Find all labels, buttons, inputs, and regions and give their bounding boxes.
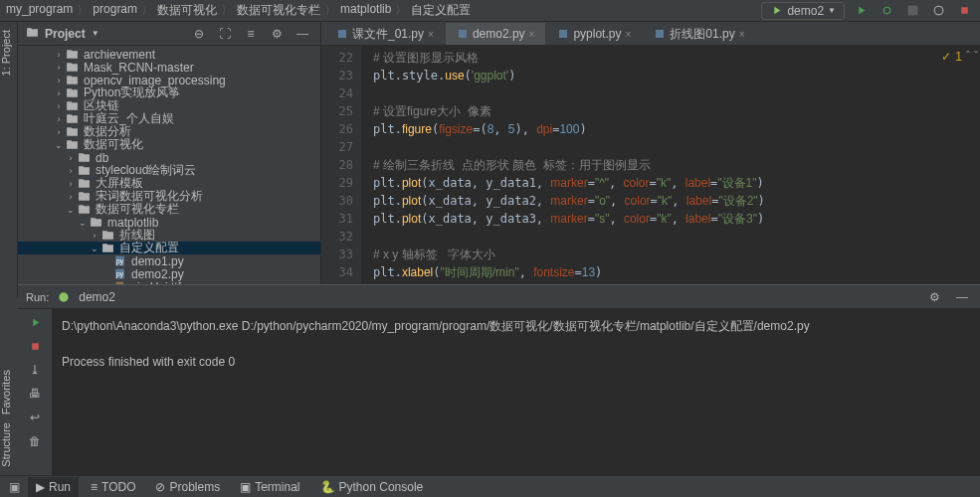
run-config-name: demo2 <box>79 290 115 304</box>
stop-button[interactable] <box>954 1 974 21</box>
tree-arrow-icon[interactable]: › <box>54 127 64 137</box>
warning-icon: ✓ <box>941 50 951 64</box>
rerun-button[interactable] <box>25 313 45 331</box>
expand-icon[interactable]: ⛶ <box>215 24 235 44</box>
svg-rect-13 <box>459 30 467 38</box>
folder-icon <box>64 74 80 87</box>
folder-icon <box>64 138 80 152</box>
tree-arrow-icon[interactable]: › <box>54 88 64 98</box>
python-icon <box>457 28 469 40</box>
status-tab-todo[interactable]: ≡TODO <box>83 477 143 497</box>
tree-arrow-icon[interactable]: ⌄ <box>66 205 76 215</box>
run-config-label: demo2 <box>787 4 824 18</box>
run-config-selector[interactable]: demo2 ▼ <box>761 2 845 20</box>
tree-arrow-icon[interactable]: › <box>54 50 64 60</box>
breadcrumb-item[interactable]: my_program <box>6 2 73 19</box>
inspection-widget[interactable]: ✓ 1 ˆ ˇ <box>941 50 978 64</box>
tree-node[interactable]: pydemo2.py <box>18 267 320 280</box>
tree-node[interactable]: ›Python实现放风筝 <box>18 86 320 99</box>
close-icon[interactable]: × <box>428 29 434 40</box>
soft-wrap-icon[interactable]: ↩ <box>25 409 45 426</box>
tab-label: demo2.py <box>473 27 525 41</box>
breadcrumb-sep: 〉 <box>77 2 89 19</box>
status-tab-terminal[interactable]: ▣Terminal <box>232 477 307 497</box>
tree-arrow-icon[interactable]: ⌄ <box>78 218 88 228</box>
chevron-up-icon[interactable]: ˆ <box>966 50 970 64</box>
status-tab-problems[interactable]: ⊘Problems <box>147 477 228 497</box>
breadcrumb-item[interactable]: program <box>93 2 137 19</box>
dropdown-icon[interactable]: ▼ <box>92 29 99 38</box>
show-tool-windows-icon[interactable]: ▣ <box>4 477 24 497</box>
tree-arrow-icon[interactable]: › <box>66 153 76 163</box>
svg-rect-15 <box>656 30 664 38</box>
dropdown-icon: ▼ <box>828 6 836 15</box>
tab-label: 折线图01.py <box>670 26 734 43</box>
tree-label: archievement <box>84 48 155 62</box>
tree-node[interactable]: ›archievement <box>18 48 320 61</box>
run-toolbar: ⤓ 🖶 ↩ 🗑 <box>18 309 52 475</box>
warning-count: 1 <box>955 50 962 64</box>
collapse-icon[interactable]: ≡ <box>241 24 261 44</box>
project-tool-tab[interactable]: 1: Project <box>0 30 17 76</box>
status-tab-label: Run <box>49 480 71 494</box>
todo-icon: ≡ <box>91 480 98 494</box>
run-command: D:\python\Anaconda3\python.exe D:/python… <box>62 319 810 333</box>
breadcrumb-item[interactable]: 自定义配置 <box>411 2 471 19</box>
favorites-tab[interactable]: Favorites <box>0 370 18 414</box>
close-icon[interactable]: × <box>625 29 631 40</box>
status-tab-run[interactable]: ▶Run <box>28 477 79 497</box>
status-tab-label: TODO <box>101 480 135 494</box>
settings-icon[interactable]: ⚙ <box>267 24 287 44</box>
tree-arrow-icon[interactable]: › <box>54 101 64 111</box>
tree-arrow-icon[interactable]: › <box>90 231 99 241</box>
tree-node[interactable]: ›Mask_RCNN-master <box>18 61 320 74</box>
tree-node[interactable]: ›stylecloud绘制词云 <box>18 164 320 177</box>
tree-label: Mask_RCNN-master <box>84 61 194 75</box>
structure-tab[interactable]: Structure <box>0 422 18 467</box>
status-tab-label: Terminal <box>255 480 299 494</box>
chevron-down-icon[interactable]: ˇ <box>974 50 978 64</box>
tree-label: demo2.py <box>131 267 184 281</box>
tree-arrow-icon[interactable]: › <box>66 192 76 202</box>
tree-arrow-icon[interactable]: › <box>66 166 76 176</box>
tree-arrow-icon[interactable]: ⌄ <box>54 140 64 150</box>
print-icon[interactable]: 🖶 <box>25 385 45 403</box>
tree-node[interactable]: pydemo1.py <box>18 254 320 267</box>
editor-tab[interactable]: demo2.py× <box>446 23 546 45</box>
tree-node[interactable]: ⌄数据可视化 <box>18 138 320 151</box>
tree-arrow-icon[interactable]: › <box>54 63 64 73</box>
breadcrumb-item[interactable]: 数据可视化专栏 <box>237 2 320 19</box>
tree-arrow-icon[interactable]: › <box>54 76 64 85</box>
breadcrumb-item[interactable]: matplotlib <box>340 2 391 19</box>
tree-arrow-icon[interactable]: ⌄ <box>90 244 99 253</box>
clear-icon[interactable]: 🗑 <box>25 432 45 450</box>
editor-tab[interactable]: 折线图01.py× <box>643 23 755 45</box>
close-icon[interactable]: × <box>739 29 745 40</box>
profile-button[interactable] <box>928 1 948 21</box>
close-icon[interactable]: × <box>529 29 535 40</box>
stop-button[interactable] <box>25 337 45 355</box>
editor-tab[interactable]: pyplot.py× <box>546 23 642 45</box>
debug-button[interactable] <box>877 1 896 21</box>
status-tab-pyconsole[interactable]: 🐍Python Console <box>312 477 432 497</box>
run-output[interactable]: D:\python\Anaconda3\python.exe D:/python… <box>52 309 980 475</box>
tab-label: 课文件_01.py <box>352 26 424 43</box>
locate-icon[interactable]: ⊖ <box>189 24 209 44</box>
breadcrumb-sep: 〉 <box>395 2 407 19</box>
hide-icon[interactable]: — <box>952 287 972 307</box>
scroll-to-end-icon[interactable]: ⤓ <box>25 361 45 379</box>
breadcrumb[interactable]: my_program〉program〉数据可视化〉数据可视化专栏〉matplot… <box>6 2 471 19</box>
run-button[interactable] <box>851 1 871 21</box>
folder-icon <box>76 151 92 165</box>
tree-node[interactable]: ⌄自定义配置 <box>18 242 320 254</box>
tree-node[interactable]: ›叶庭云_个人自娱 <box>18 112 320 125</box>
tree-arrow-icon[interactable]: › <box>66 179 76 189</box>
tree-node[interactable]: ⌄数据可视化专栏 <box>18 203 320 216</box>
hide-icon[interactable]: — <box>293 24 312 44</box>
settings-icon[interactable]: ⚙ <box>924 287 944 307</box>
tree-arrow-icon[interactable]: › <box>54 114 64 124</box>
run-with-coverage-button[interactable] <box>902 1 922 21</box>
breadcrumb-item[interactable]: 数据可视化 <box>157 2 217 19</box>
left-tool-strip-bottom: Favorites Structure <box>0 298 18 475</box>
editor-tab[interactable]: 课文件_01.py× <box>325 23 445 45</box>
